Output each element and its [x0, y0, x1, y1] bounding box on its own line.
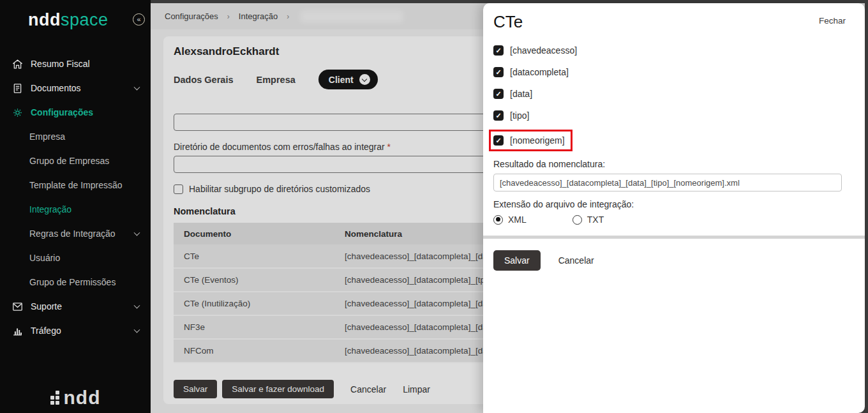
sidebar-item-label: Regras de Integração — [29, 229, 116, 239]
tab-client[interactable]: Client — [318, 70, 378, 89]
result-label: Resultado da nomenclatura: — [493, 159, 846, 169]
checkbox-datacompleta[interactable]: [datacompleta] — [493, 64, 846, 80]
sidebar-item-suporte[interactable]: Suporte — [0, 294, 151, 319]
gear-icon — [11, 107, 24, 119]
checkbox-unchecked-icon[interactable] — [174, 184, 183, 194]
extension-label: Extensão do arquivo de integração: — [493, 199, 846, 209]
checkbox-checked-icon[interactable] — [493, 135, 504, 146]
sidebar-item-empresa[interactable]: Empresa — [0, 124, 151, 149]
cancel-button[interactable]: Cancelar — [350, 384, 386, 394]
save-and-download-button[interactable]: Salvar e fazer download — [222, 380, 334, 398]
cell-documento[interactable]: CTe (Inutilização) — [174, 292, 334, 315]
ndd-footer-logo: ndd — [0, 389, 151, 407]
highlight-red-box: [nomeorigem] — [489, 130, 572, 151]
radio-txt[interactable]: TXT — [572, 214, 604, 225]
breadcrumb-separator: › — [227, 12, 230, 21]
error-directory-label-text: Diretório de documentos com erros/falhas… — [174, 142, 387, 152]
mail-icon — [11, 301, 24, 313]
checkbox-label: [chavedeacesso] — [510, 45, 577, 56]
panel-actions: Salvar Cancelar — [493, 250, 846, 271]
clear-button[interactable]: Limpar — [403, 384, 430, 394]
checkbox-checked-icon[interactable] — [493, 89, 504, 99]
tab-empresa[interactable]: Empresa — [257, 75, 296, 85]
sidebar-item-label: Grupo de Permissões — [29, 277, 116, 287]
checkbox-label: [tipo] — [510, 110, 529, 121]
breadcrumb-integracao[interactable]: Integração — [239, 11, 278, 21]
sidebar-item-label: Template de Impressão — [29, 180, 123, 190]
sidebar-item-template-de-impressao[interactable]: Template de Impressão — [0, 173, 151, 197]
sidebar-item-usuario[interactable]: Usuário — [0, 246, 151, 270]
extension-radio-group: XML TXT — [493, 214, 846, 225]
save-button[interactable]: Salvar — [174, 380, 217, 398]
sidebar-item-label: Grupo de Empresas — [29, 156, 109, 166]
ndd-logo-mark-icon — [50, 391, 59, 405]
sidebar-nav: Resumo Fiscal Documentos Configurações E… — [0, 52, 151, 343]
brand-logo: nddspace « — [0, 0, 151, 30]
sidebar-item-documentos[interactable]: Documentos — [0, 76, 151, 100]
sidebar-item-configuracoes[interactable]: Configurações — [0, 100, 151, 124]
sidebar-item-resumo-fiscal[interactable]: Resumo Fiscal — [0, 52, 151, 76]
chart-icon — [11, 325, 24, 337]
checkbox-nomeorigem[interactable]: [nomeorigem] — [493, 133, 565, 148]
sidebar: nddspace « Resumo Fiscal Documentos Conf… — [0, 0, 151, 413]
checkbox-checked-icon[interactable] — [493, 110, 504, 121]
cell-documento[interactable]: CTe — [174, 244, 334, 268]
subgroup-checkbox-label: Habilitar subgrupo de diretórios customi… — [189, 184, 370, 194]
result-input[interactable] — [493, 174, 842, 191]
chevron-down-circle-icon — [359, 74, 370, 85]
chevron-down-icon — [134, 327, 140, 333]
sidebar-item-label: Usuário — [29, 253, 60, 263]
radio-xml[interactable]: XML — [493, 214, 527, 225]
sidebar-item-trafego[interactable]: Tráfego — [0, 319, 151, 343]
panel-divider — [483, 236, 865, 239]
checkbox-chavedeacesso[interactable]: [chavedeacesso] — [493, 43, 846, 58]
panel-title: CTe — [493, 12, 523, 32]
checkbox-checked-icon[interactable] — [493, 67, 504, 77]
chevron-down-icon — [134, 303, 140, 309]
sidebar-item-integracao[interactable]: Integração — [0, 197, 151, 222]
cell-documento[interactable]: NF3e — [174, 315, 334, 339]
chevron-down-icon — [134, 230, 140, 236]
radio-label: XML — [508, 214, 527, 225]
breadcrumb-separator: › — [287, 12, 289, 21]
sidebar-item-label: Documentos — [31, 83, 81, 93]
checkbox-label: [datacompleta] — [510, 67, 569, 77]
panel-cancel-button[interactable]: Cancelar — [558, 255, 594, 266]
chevron-down-icon — [134, 84, 140, 91]
cell-documento[interactable]: NFCom — [174, 339, 334, 363]
tab-client-label: Client — [329, 75, 354, 85]
window-frame-right — [865, 0, 868, 413]
checkbox-data[interactable]: [data] — [493, 86, 846, 101]
brand-space: space — [61, 10, 108, 29]
sidebar-item-label: Configurações — [31, 107, 93, 117]
checkbox-tipo[interactable]: [tipo] — [493, 108, 846, 123]
sidebar-collapse-icon[interactable]: « — [133, 13, 145, 26]
checkbox-label: [nomeorigem] — [510, 135, 565, 146]
sidebar-item-grupo-de-empresas[interactable]: Grupo de Empresas — [0, 149, 151, 173]
redacted-breadcrumb-item — [301, 11, 403, 22]
sidebar-item-regras-de-integracao[interactable]: Regras de Integração — [0, 222, 151, 246]
close-button[interactable]: Fechar — [819, 16, 846, 26]
token-checkbox-list: [chavedeacesso] [datacompleta] [data] [t… — [493, 43, 846, 151]
panel-save-button[interactable]: Salvar — [493, 250, 541, 271]
document-icon — [11, 82, 24, 94]
sidebar-item-label: Suporte — [31, 301, 62, 312]
radio-selected-icon[interactable] — [493, 215, 503, 225]
cte-drawer-panel: CTe Fechar [chavedeacesso] [datacompleta… — [483, 3, 865, 413]
brand-ndd: ndd — [28, 10, 61, 29]
home-icon — [11, 58, 24, 70]
radio-label: TXT — [587, 214, 604, 225]
cell-documento[interactable]: CTe (Eventos) — [174, 268, 334, 292]
checkbox-checked-icon[interactable] — [493, 45, 504, 56]
sidebar-item-label: Resumo Fiscal — [31, 59, 90, 69]
sidebar-item-label: Empresa — [29, 131, 65, 142]
sidebar-item-label: Integração — [29, 204, 71, 214]
sidebar-item-grupo-de-permissoes[interactable]: Grupo de Permissões — [0, 270, 151, 294]
tab-dados-gerais[interactable]: Dados Gerais — [174, 75, 234, 85]
required-asterisk: * — [387, 142, 391, 152]
sidebar-item-label: Tráfego — [31, 326, 61, 336]
breadcrumb-configuracoes[interactable]: Configurações — [165, 11, 218, 21]
ndd-footer-logo-text: ndd — [64, 389, 101, 407]
panel-header: CTe Fechar — [493, 12, 846, 32]
radio-unselected-icon[interactable] — [572, 215, 582, 225]
